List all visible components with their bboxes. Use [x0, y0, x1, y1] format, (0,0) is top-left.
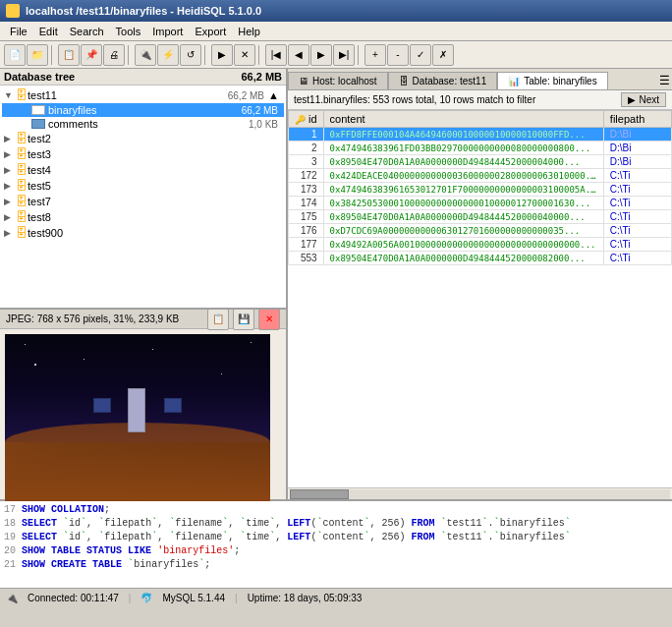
tree-item-comments[interactable]: comments 1,0 KB: [2, 117, 284, 131]
tree-item-test11[interactable]: ▼ 🗄 test11 66,2 MB ▲: [2, 87, 284, 103]
table-row[interactable]: 20x474946383961FD03BB0297000000000008000…: [289, 142, 672, 155]
toolbar-separator-2: [128, 45, 132, 65]
expand-icon-5[interactable]: ▶: [4, 149, 16, 159]
expand-icon-6[interactable]: ▶: [4, 165, 16, 175]
scrollbar-thumb[interactable]: [290, 489, 349, 499]
tab-database[interactable]: 🗄 Database: test11: [388, 72, 498, 89]
table-row[interactable]: 1770x49492A0056A001000000000000000000000…: [289, 238, 672, 252]
connect-button[interactable]: 🔌: [135, 44, 156, 66]
copy-preview-button[interactable]: 📋: [207, 309, 229, 330]
scrollbar-track[interactable]: [290, 489, 670, 499]
tree-item-test7[interactable]: ▶ 🗄 test7: [2, 194, 284, 209]
menu-search[interactable]: Search: [64, 24, 110, 39]
main-area: Database tree 66,2 MB ▼ 🗄 test11 66,2 MB…: [0, 69, 672, 499]
next-button[interactable]: ▶ Next: [621, 92, 666, 107]
table-row[interactable]: 10xFFD8FFE000104A46494600010000010000010…: [289, 128, 672, 142]
copy-button[interactable]: 📋: [58, 44, 80, 66]
close-preview-button[interactable]: ✕: [258, 309, 280, 330]
cell-id: 1: [289, 128, 324, 142]
tree-item-binaryfiles[interactable]: binaryfiles 66,2 MB: [2, 103, 284, 117]
table-row[interactable]: 1740x38425053000100000000000000010000012…: [289, 197, 672, 210]
database-icon-tab: 🗄: [399, 76, 409, 86]
table-row[interactable]: 1720x424DEACE040000000000003600000028000…: [289, 169, 672, 183]
tab-host-label: Host: localhost: [312, 76, 377, 86]
disconnect-button[interactable]: ⚡: [157, 44, 179, 66]
expand-icon[interactable]: ▼: [4, 90, 16, 100]
table-row[interactable]: 1730x474946383961653012701F7000000000000…: [289, 183, 672, 197]
horizontal-scrollbar[interactable]: [288, 487, 672, 499]
nav-first-button[interactable]: |◀: [265, 44, 287, 66]
tab-menu-button[interactable]: ☰: [657, 72, 672, 89]
delete-row-button[interactable]: -: [387, 44, 409, 66]
tree-header: Database tree 66,2 MB: [0, 69, 286, 86]
new-query-button[interactable]: 📄: [4, 44, 26, 66]
tab-host[interactable]: 🖥 Host: localhost: [288, 72, 388, 89]
col-header-id[interactable]: 🔑id: [289, 111, 324, 128]
expand-icon-9[interactable]: ▶: [4, 212, 16, 222]
menu-tools[interactable]: Tools: [110, 24, 147, 39]
save-preview-button[interactable]: 💾: [233, 309, 254, 330]
log-line: 18SELECT `id`, `filepath`, `filename`, `…: [4, 517, 668, 531]
check-button[interactable]: ✓: [410, 44, 431, 66]
add-row-button[interactable]: +: [364, 44, 386, 66]
table-icon-tab: 📊: [508, 76, 520, 86]
tree-item-test3[interactable]: ▶ 🗄 test3: [2, 146, 284, 162]
expand-icon-7[interactable]: ▶: [4, 181, 16, 191]
run-button[interactable]: ▶: [211, 44, 233, 66]
cell-filepath: C:\Ti: [603, 210, 671, 224]
table-row[interactable]: 1750x89504E470D0A1A0A0000000D49484445200…: [289, 210, 672, 224]
tab-table[interactable]: 📊 Table: binaryfiles: [497, 72, 607, 89]
col-header-filepath[interactable]: filepath: [603, 111, 671, 128]
menu-help[interactable]: Help: [232, 24, 266, 39]
solar-panel-left: [93, 398, 111, 413]
expand-icon-8[interactable]: ▶: [4, 197, 16, 206]
tree-item-test8[interactable]: ▶ 🗄 test8: [2, 209, 284, 225]
open-button[interactable]: 📁: [27, 44, 48, 66]
table-row[interactable]: 30x89504E470D0A1A0A0000000D4948444520000…: [289, 155, 672, 169]
expand-icon-4[interactable]: ▶: [4, 134, 16, 143]
toolbar: 📄 📁 📋 📌 🖨 🔌 ⚡ ↺ ▶ ✕ |◀ ◀ ▶ ▶| + - ✓ ✗: [0, 41, 672, 69]
refresh-button[interactable]: ↺: [180, 44, 201, 66]
table-row[interactable]: 5530x89504E470D0A1A0A0000000D49484445200…: [289, 252, 672, 265]
scrollbar-button[interactable]: ▲: [268, 89, 282, 101]
solar-panel-right: [164, 398, 182, 413]
expand-icon-10[interactable]: ▶: [4, 228, 16, 238]
title-bar: localhost /test11/binaryfiles - HeidiSQL…: [0, 0, 672, 22]
mysql-version: MySQL 5.1.44: [162, 593, 225, 603]
menu-edit[interactable]: Edit: [33, 24, 64, 39]
table-row[interactable]: 1760xD7CDC69A000000000006301270160000000…: [289, 224, 672, 238]
nav-prev-button[interactable]: ◀: [288, 44, 309, 66]
status-separator-2: |: [235, 593, 238, 603]
cell-id: 2: [289, 142, 324, 155]
connection-icon: 🔌: [6, 593, 18, 603]
tree-item-test5[interactable]: ▶ 🗄 test5: [2, 178, 284, 194]
toolbar-separator-4: [258, 45, 262, 65]
paste-button[interactable]: 📌: [81, 44, 102, 66]
preview-header: JPEG: 768 x 576 pixels, 31%, 233,9 KB 📋 …: [0, 310, 286, 329]
menu-file[interactable]: File: [4, 24, 33, 39]
tree-item-test900[interactable]: ▶ 🗄 test900: [2, 225, 284, 241]
server-icon: 🖥: [299, 76, 308, 86]
tree-size: 66,2 MB: [241, 71, 282, 83]
col-header-content[interactable]: content: [323, 111, 603, 128]
nav-last-button[interactable]: ▶|: [333, 44, 355, 66]
satellite: [113, 369, 162, 447]
stop-button[interactable]: ✕: [234, 44, 255, 66]
nav-next-button[interactable]: ▶: [310, 44, 332, 66]
print-button[interactable]: 🖨: [103, 44, 125, 66]
tree-item-test2[interactable]: ▶ 🗄 test2: [2, 131, 284, 146]
tree-title: Database tree: [4, 71, 75, 83]
cell-content: 0x89504E470D0A1A0A0000000D49484445200000…: [323, 155, 603, 169]
database-tree: ▼ 🗄 test11 66,2 MB ▲ binaryfiles 66,2 MB…: [0, 86, 286, 308]
menu-import[interactable]: Import: [146, 24, 189, 39]
star: [34, 364, 36, 366]
discard-button[interactable]: ✗: [432, 44, 454, 66]
tree-item-test4[interactable]: ▶ 🗄 test4: [2, 162, 284, 178]
toolbar-separator-5: [358, 45, 362, 65]
uptime-status: Uptime: 18 days, 05:09:33: [248, 593, 363, 603]
next-icon: ▶: [628, 94, 636, 105]
menu-export[interactable]: Export: [189, 24, 232, 39]
cell-content: 0x49492A0056A001000000000000000000000000…: [323, 238, 603, 252]
database-icon-3: 🗄: [16, 147, 28, 161]
database-icon-8: 🗄: [16, 226, 28, 240]
